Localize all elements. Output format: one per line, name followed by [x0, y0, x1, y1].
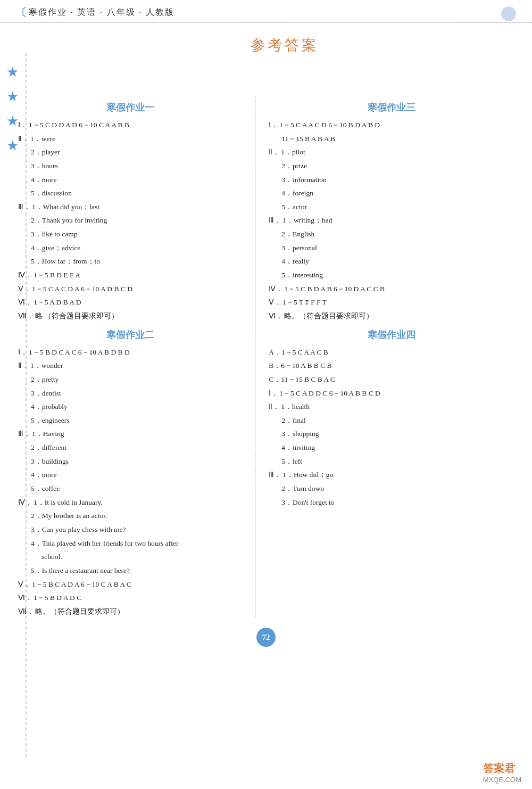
section-four-title: 寒假作业四 — [267, 328, 516, 341]
star-4: ★ — [6, 137, 21, 152]
s4-i6: 5．left — [267, 455, 516, 469]
s2-i18: Ⅴ．1－5 B C A D A 6－10 C A B A C — [16, 578, 245, 591]
s2-i2: Ⅱ．1．wonder — [16, 359, 245, 373]
s4-i7: Ⅲ．1．How did；go — [267, 468, 516, 482]
s2-i13: 2．My brother is an actor. — [16, 509, 245, 523]
left-column: 寒假作业一 Ⅰ．1－5 C D D A D 6－10 C A A B B Ⅱ．1… — [16, 96, 256, 618]
s3-i3: Ⅱ．1．pilot — [267, 145, 516, 159]
s3-i2: 11－15 B A B A B — [267, 132, 516, 146]
s3-i9: 2．English — [267, 227, 516, 241]
main-title: 参考答案 — [37, 35, 532, 55]
s1-i7: Ⅲ．1．What did you；last — [16, 200, 245, 214]
s2-i20: Ⅶ．略。（符合题目要求即可） — [16, 605, 245, 619]
s2-i11: 5．coffee — [16, 482, 245, 496]
s1-i12: Ⅳ．1－5 B D E F A — [16, 268, 245, 282]
s1-i10: 4．give；advice — [16, 241, 245, 255]
s2-i3: 2．pretty — [16, 373, 245, 387]
s1-i13: Ⅴ．1－5 C A C D A 6－10 A D B C D — [16, 282, 245, 296]
s4-i5: 4．inviting — [267, 441, 516, 455]
s1-i3: 2．player — [16, 145, 245, 159]
s2-i19: Ⅵ．1－5 B D A D C — [16, 591, 245, 605]
s4-i9: 3．Don't forget to — [267, 496, 516, 509]
s2-i10: 4．more — [16, 468, 245, 482]
s2-i5: 4．probably — [16, 400, 245, 414]
s3-i15: Ⅵ．略。（符合题目要求即可） — [267, 309, 516, 323]
s4-i1: Ⅰ．1－5 C A D D C 6－10 A B B C D — [267, 387, 516, 400]
s2-i8: 2．different — [16, 441, 245, 455]
s4-b: B．6－10 A B B C B — [267, 359, 516, 373]
watermark-logo: 答案君 — [483, 761, 521, 776]
s1-i1: Ⅰ．1－5 C D D A D 6－10 C A A B B — [16, 118, 245, 132]
s3-i10: 3．personal — [267, 241, 516, 255]
s4-i8: 2．Turn down — [267, 482, 516, 496]
right-column: 寒假作业三 Ⅰ．1－5 C A A C D 6－10 B D A B D 11－… — [256, 96, 516, 618]
dashed-border-left — [26, 53, 27, 757]
section-one-title: 寒假作业一 — [16, 101, 245, 114]
s1-i6: 5．discussion — [16, 186, 245, 200]
s1-i14: Ⅵ．1－5 A D B A D — [16, 295, 245, 309]
header-title: 寒假作业 · 英语 · 八年级 · 人教版 — [29, 7, 174, 18]
s4-c: C．11－15 B C B A C — [267, 373, 516, 387]
s3-i7: 5．actor — [267, 200, 516, 214]
star-1: ★ — [6, 64, 21, 79]
s2-i1: Ⅰ．1－5 B D C A C 6－10 A B D B D — [16, 346, 245, 359]
header-bracket: 〔 — [16, 5, 27, 20]
s1-i4: 3．hours — [16, 159, 245, 173]
s2-i12: Ⅳ．1．It is cold in January. — [16, 496, 245, 509]
section-three-title: 寒假作业三 — [267, 101, 516, 114]
s4-i2: Ⅱ．1．health — [267, 400, 516, 414]
s4-a: A．1－5 C A A C B — [267, 346, 516, 359]
s2-i15: 4．Tina played with her friends for two h… — [16, 537, 245, 550]
s2-i4: 3．dentist — [16, 387, 245, 400]
s1-i11: 5．How far；from；to — [16, 254, 245, 268]
content-area: 寒假作业一 Ⅰ．1－5 C D D A D 6－10 C A A B B Ⅱ．1… — [0, 96, 532, 618]
s2-i6: 5．engineers — [16, 414, 245, 428]
s3-i12: 5．interesting — [267, 268, 516, 282]
s1-i9: 3．like to camp — [16, 227, 245, 241]
star-3: ★ — [6, 113, 21, 128]
s1-i15: Ⅶ．略 （符合题目要求即可） — [16, 309, 245, 323]
stars-decoration: ★ ★ ★ ★ — [6, 64, 21, 152]
s3-i8: Ⅲ．1．writing；had — [267, 213, 516, 227]
star-2: ★ — [6, 88, 21, 103]
header: 〔 寒假作业 · 英语 · 八年级 · 人教版 — [0, 0, 532, 23]
s1-i5: 4．more — [16, 173, 245, 187]
s3-i5: 3．information — [267, 173, 516, 187]
s3-i13: Ⅳ．1－5 C B D A B 6－10 D A C C B — [267, 282, 516, 296]
s3-i1: Ⅰ．1－5 C A A C D 6－10 B D A B D — [267, 118, 516, 132]
s3-i14: Ⅴ．1－5 T T F F T — [267, 295, 516, 309]
s2-i16: school. — [16, 550, 245, 564]
watermark: 答案君 MXQE.COM — [483, 761, 521, 784]
s2-i9: 3．buildings — [16, 455, 245, 469]
s2-i7: Ⅲ．1．Having — [16, 427, 245, 441]
page-number: 72 — [256, 628, 276, 647]
logo-circle — [501, 6, 516, 21]
section-two-title: 寒假作业二 — [16, 328, 245, 341]
watermark-url: MXQE.COM — [483, 776, 521, 784]
s2-i17: 5．Is there a restaurant near here? — [16, 564, 245, 578]
s1-i8: 2．Thank you for inviting — [16, 213, 245, 227]
s3-i11: 4．really — [267, 254, 516, 268]
s3-i6: 4．foreign — [267, 186, 516, 200]
s1-i2: Ⅱ．1．were — [16, 132, 245, 146]
s4-i4: 3．shopping — [267, 427, 516, 441]
s3-i4: 2．prize — [267, 159, 516, 173]
s2-i14: 3．Can you play chess with me? — [16, 523, 245, 537]
s4-i3: 2．final — [267, 414, 516, 428]
